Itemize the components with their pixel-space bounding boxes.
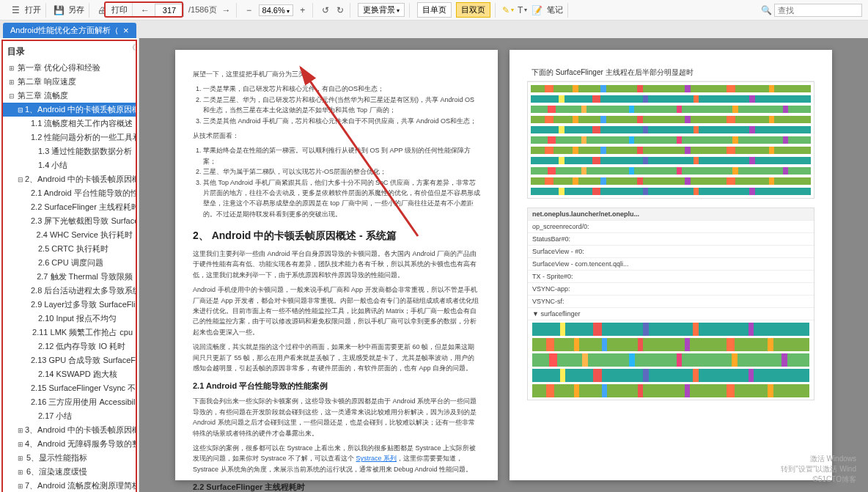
tab-title: Android性能优化全方面解析（ [10,25,119,36]
toc-expand-icon[interactable]: ⊟ [9,92,16,100]
toc-item[interactable]: 2.5 CRTC 执行耗时 [3,242,136,256]
toc-expand-icon[interactable]: ⊞ [9,65,16,72]
doc-text: 展望一下，这里提把手机厂商分为三类： [193,69,480,79]
toc-item[interactable]: ⊞7、Android 流畅度检测原理简析 [3,479,136,492]
search-icon[interactable]: 🔍 [761,5,771,15]
toc-sidebar: 目录 ⊞第一章 优化心得和经验⊞第二章 响应速度⊟第三章 流畅度⊟1、Andro… [0,38,139,492]
doc-text: 从技术层面看： [193,131,480,141]
collapse-icon[interactable]: 《 [128,43,136,53]
zoom-out-icon[interactable]: − [244,5,254,15]
toc-item[interactable]: 2.17 小结 [3,409,136,423]
toc-item[interactable]: 2.10 Input 报点不均匀 [3,312,136,326]
toc-item[interactable]: 1.4 小结 [3,158,136,172]
toc-item-label: 3、Android 中的卡顿丢帧原因概述 - 应 [25,425,136,436]
toc-item[interactable]: 2.2 SurfaceFlinger 主线程耗时 [3,200,136,214]
document-tab[interactable]: Android性能优化全方面解析（ × [3,23,136,38]
text-tool-icon[interactable]: T▾ [518,5,528,15]
toc-expand-icon[interactable]: ⊞ [9,78,16,86]
toc-expand-icon[interactable]: ⊞ [18,427,23,434]
trace-bar [532,384,809,397]
toc-item[interactable]: 2.9 Layer过多导致 SurfaceFlinger L [3,298,136,312]
toc-expand-icon[interactable]: ⊟ [18,106,23,114]
doc-text: 说回流畅度，其实就是指的这个过程中的画面，如果来一秒中画面需要更新 60 帧，但… [193,342,480,373]
double-page-button[interactable]: 目双页 [456,2,490,18]
zoom-value[interactable]: 84.6%▾ [259,4,293,16]
toc-item[interactable]: 2.12 低内存导致 IO 耗时 [3,339,136,353]
toc-item[interactable]: 2.8 后台活动进程太多导致系统繁忙 [3,284,136,298]
note-icon[interactable]: 📝 [532,5,542,15]
save-button[interactable]: 另存 [68,4,84,15]
tab-close-icon[interactable]: × [123,26,129,35]
bg-change-dropdown[interactable]: 更换背景▾ [358,3,405,17]
toc-item[interactable]: ⊟2、Android 中的卡顿丢帧原因概述 - 系 [3,172,136,186]
toc-item[interactable]: ⊞第一章 优化心得和经验 [3,61,136,75]
toc-item[interactable]: 2.7 触发 Thermal 导致限频 [3,270,136,284]
toc-item-label: 1.3 通过性能数据数据分析 [38,146,132,157]
single-page-button[interactable]: 目单页 [417,2,452,18]
toc-item[interactable]: ⊟第三章 流畅度 [3,89,136,103]
toc-item-label: 第二章 响应速度 [18,76,76,87]
toc-expand-icon[interactable]: ⊟ [18,176,23,183]
toc-item[interactable]: ⊟1、Android 中的卡顿丢帧原因概述 - 方 [3,103,136,117]
toc-item[interactable]: 2.6 CPU 调度问题 [3,256,136,270]
page-input[interactable] [155,4,184,17]
toc-expand-icon[interactable]: ⊞ [18,441,23,448]
watermark: 激活 Windows 转到"设置"以激活 Wind ©51CTO博客 [781,454,856,485]
toc-item[interactable]: 2.4 WHC Service 执行耗时 [3,228,136,242]
print-button[interactable]: 打印 [111,4,128,15]
toc-item-label: 2.1 Android 平台性能导致的性能案例 [31,188,136,199]
toc-item[interactable]: ⊞第二章 响应速度 [3,75,136,89]
toc-item-label: 2.16 三方应用使用 Accessibility 服务 [31,397,136,408]
toc-item[interactable]: 2.14 KSWAPD 跑大核 [3,367,136,381]
doc-heading-2: 2、 Android 中的卡顿丢帧原因概述 - 系统篇 [193,230,480,243]
search-input[interactable] [774,4,862,17]
toc-item[interactable]: ⊞4、Android 无障碍服务导致的整机卡顿 [3,437,136,451]
toc-expand-icon[interactable]: ⊞ [18,482,23,490]
highlight-icon[interactable]: ✎▾ [503,5,513,15]
toc-item[interactable]: 2.1 Android 平台性能导致的性能案例 [3,186,136,200]
open-button[interactable]: 打开 [25,4,41,15]
zoom-in-icon[interactable]: + [298,5,308,15]
toc-item[interactable]: 2.11 LMK 频繁工作抢占 cpu [3,326,136,339]
trace-bar [532,369,809,382]
next-page-icon[interactable]: → [221,5,232,15]
toc-item[interactable]: ⊞3、Android 中的卡顿丢帧原因概述 - 应 [3,423,136,437]
toc-item-label: 1.4 小结 [38,160,67,171]
panel-row: VSYNC-app: [528,283,814,295]
toc-item[interactable]: 1.2 性能问题分析的一些工具和套路 [3,131,136,144]
note-button[interactable]: 笔记 [547,4,563,15]
save-icon[interactable]: 💾 [54,5,64,15]
toc-item-label: 1.1 流畅度相关工作内容概述 [31,118,133,129]
rotate-left-icon[interactable]: ↺ [320,5,331,15]
toc-item-label: 2.14 KSWAPD 跑大核 [38,369,117,380]
toc-item[interactable]: 2.13 GPU 合成导致 SurfaceFlinger 耗 [3,353,136,367]
rotate-right-icon[interactable]: ↻ [335,5,345,15]
toc-item-label: 7、Android 流畅度检测原理简析 [25,480,136,491]
toc-item[interactable]: ⊞5、显示性能指标 [3,451,136,465]
toc-expand-icon[interactable]: ⊞ [18,455,25,462]
print-icon[interactable]: 🖨 [97,5,107,15]
toc-item[interactable]: ⊞6、渲染速度缓慢 [3,465,136,479]
toc-item[interactable]: 1.3 通过性能数据数据分析 [3,144,136,158]
systrace-link[interactable]: Systrace 系列 [356,455,397,462]
trace-caption: 下面的 SurfaceFlinger 主线程在后半部分明显超时 [527,65,814,81]
toc-item-label: 2.10 Input 报点不均匀 [38,313,117,324]
toc-item[interactable]: 2.16 三方应用使用 Accessibility 服务 [3,395,136,409]
toc-item[interactable]: 1.1 流畅度相关工作内容概述 [3,117,136,131]
doc-text: 二类是三星、华为，自己研发芯片和核心元件(当然华为和三星还是有区别)，共享 An… [203,95,480,116]
toc-item-label: 2.12 低内存导致 IO 耗时 [38,341,125,352]
panel-row: VSYNC-sf: [528,295,814,308]
doc-heading-21: 2.1 Android 平台性能导致的性能案例 [193,381,480,392]
trace-chart-1 [527,81,814,199]
doc-text: 三星、华为属于第二梯队，可以实现芯片-OS层面的整合优化； [203,166,480,177]
panel-row: SurfaceView - com.tencent.qqli... [528,258,814,271]
toc-item-label: 6、渲染速度缓慢 [26,466,87,477]
toc-item-label: 2.2 SurfaceFlinger 主线程耗时 [31,202,136,213]
toc-item[interactable]: 2.15 SurfaceFlinger Vsync 不均匀 [3,381,136,395]
menu-icon[interactable]: ☰ [10,5,21,15]
prev-page-icon[interactable]: ← [140,5,150,15]
toc-item-label: 2.7 触发 Thermal 导致限频 [37,271,133,282]
toc-item[interactable]: 2.3 屏下光敏截图导致 SurfaceFlinge [3,214,136,228]
toc-expand-icon[interactable]: ⊞ [18,469,25,476]
page-left: 展望一下，这里提把手机厂商分为三类： 一类是苹果，自己研发芯片和核心元件，有自己… [175,50,498,480]
